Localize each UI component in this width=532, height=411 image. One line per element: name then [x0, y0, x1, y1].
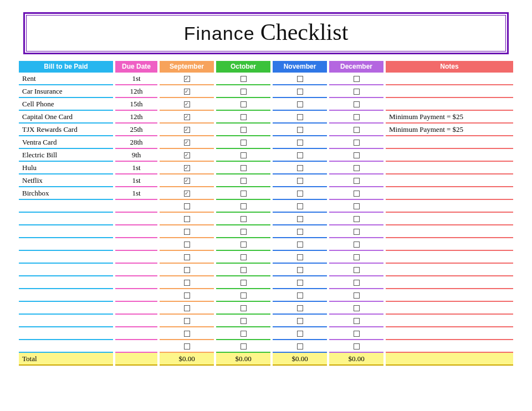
checkbox-oct[interactable] [241, 152, 247, 158]
cell-bill[interactable] [19, 340, 113, 353]
cell-bill[interactable] [19, 289, 113, 302]
checkbox-dec[interactable] [354, 242, 360, 248]
checkbox-nov[interactable] [297, 76, 303, 82]
checkbox-sep[interactable]: ✓ [184, 165, 190, 171]
checkbox-dec[interactable] [354, 203, 360, 209]
cell-notes[interactable] [386, 174, 513, 187]
checkbox-oct[interactable] [241, 101, 247, 107]
cell-bill[interactable] [19, 251, 113, 264]
cell-notes[interactable] [386, 289, 513, 302]
checkbox-sep[interactable]: ✓ [184, 127, 190, 133]
cell-bill[interactable] [19, 276, 113, 289]
checkbox-sep[interactable]: ✓ [184, 191, 190, 197]
checkbox-dec[interactable] [354, 114, 360, 120]
checkbox-dec[interactable] [354, 178, 360, 184]
cell-bill[interactable] [19, 213, 113, 225]
cell-notes[interactable] [386, 340, 513, 353]
cell-bill[interactable]: Electric Bill [19, 149, 113, 162]
cell-due[interactable] [115, 302, 157, 315]
checkbox-sep[interactable]: ✓ [184, 101, 190, 107]
cell-notes[interactable] [386, 264, 513, 276]
checkbox-sep[interactable]: ✓ [184, 152, 190, 158]
cell-notes[interactable] [386, 98, 513, 111]
checkbox-oct[interactable] [241, 76, 247, 82]
cell-notes[interactable] [386, 302, 513, 315]
cell-bill[interactable] [19, 264, 113, 276]
cell-due[interactable]: 25th [115, 124, 157, 136]
checkbox-nov[interactable] [297, 178, 303, 184]
cell-bill[interactable]: Cell Phone [19, 98, 113, 111]
checkbox-sep[interactable]: ✓ [184, 140, 190, 146]
cell-due[interactable]: 1st [115, 73, 157, 85]
checkbox-nov[interactable] [297, 203, 303, 209]
checkbox-dec[interactable] [354, 318, 360, 324]
checkbox-sep[interactable]: ✓ [184, 89, 190, 95]
cell-due[interactable]: 1st [115, 174, 157, 187]
cell-bill[interactable]: Rent [19, 73, 113, 85]
cell-due[interactable] [115, 327, 157, 340]
cell-due[interactable] [115, 340, 157, 353]
checkbox-dec[interactable] [354, 127, 360, 133]
checkbox-oct[interactable] [241, 343, 247, 350]
cell-bill[interactable] [19, 238, 113, 251]
checkbox-nov[interactable] [297, 152, 303, 158]
checkbox-sep[interactable]: ✓ [184, 76, 190, 82]
cell-notes[interactable] [386, 315, 513, 327]
checkbox-oct[interactable] [241, 292, 247, 299]
cell-due[interactable]: 12th [115, 111, 157, 124]
cell-due[interactable]: 9th [115, 149, 157, 162]
cell-notes[interactable] [386, 327, 513, 340]
checkbox-sep[interactable] [184, 267, 190, 273]
checkbox-oct[interactable] [241, 191, 247, 197]
cell-notes[interactable] [386, 276, 513, 289]
checkbox-oct[interactable] [241, 140, 247, 146]
cell-bill[interactable]: TJX Rewards Card [19, 124, 113, 136]
cell-notes[interactable] [386, 187, 513, 200]
cell-notes[interactable] [386, 225, 513, 238]
checkbox-nov[interactable] [297, 292, 303, 299]
cell-bill[interactable]: Hulu [19, 162, 113, 174]
cell-bill[interactable]: Car Insurance [19, 85, 113, 98]
cell-bill[interactable] [19, 200, 113, 213]
checkbox-oct[interactable] [241, 305, 247, 311]
cell-due[interactable] [115, 276, 157, 289]
checkbox-dec[interactable] [354, 292, 360, 299]
checkbox-dec[interactable] [354, 140, 360, 146]
checkbox-sep[interactable] [184, 242, 190, 248]
checkbox-sep[interactable] [184, 343, 190, 350]
checkbox-nov[interactable] [297, 127, 303, 133]
checkbox-dec[interactable] [354, 254, 360, 260]
checkbox-dec[interactable] [354, 280, 360, 286]
cell-due[interactable] [115, 251, 157, 264]
cell-bill[interactable]: Netflix [19, 174, 113, 187]
cell-bill[interactable] [19, 315, 113, 327]
checkbox-oct[interactable] [241, 254, 247, 260]
checkbox-sep[interactable] [184, 292, 190, 299]
checkbox-nov[interactable] [297, 318, 303, 324]
checkbox-sep[interactable] [184, 254, 190, 260]
cell-due[interactable] [115, 289, 157, 302]
checkbox-oct[interactable] [241, 331, 247, 337]
checkbox-oct[interactable] [241, 216, 247, 222]
checkbox-dec[interactable] [354, 89, 360, 95]
checkbox-sep[interactable] [184, 203, 190, 209]
cell-bill[interactable] [19, 327, 113, 340]
checkbox-oct[interactable] [241, 242, 247, 248]
cell-due[interactable]: 28th [115, 136, 157, 149]
checkbox-sep[interactable] [184, 318, 190, 324]
cell-notes[interactable]: Minimum Payment = $25 [386, 111, 513, 124]
cell-due[interactable] [115, 200, 157, 213]
checkbox-oct[interactable] [241, 267, 247, 273]
cell-notes[interactable] [386, 251, 513, 264]
cell-due[interactable] [115, 264, 157, 276]
checkbox-oct[interactable] [241, 280, 247, 286]
checkbox-dec[interactable] [354, 101, 360, 107]
cell-notes[interactable] [386, 136, 513, 149]
cell-bill[interactable]: Birchbox [19, 187, 113, 200]
checkbox-sep[interactable]: ✓ [184, 114, 190, 120]
checkbox-dec[interactable] [354, 229, 360, 235]
checkbox-dec[interactable] [354, 152, 360, 158]
checkbox-nov[interactable] [297, 140, 303, 146]
cell-due[interactable] [115, 315, 157, 327]
checkbox-oct[interactable] [241, 229, 247, 235]
